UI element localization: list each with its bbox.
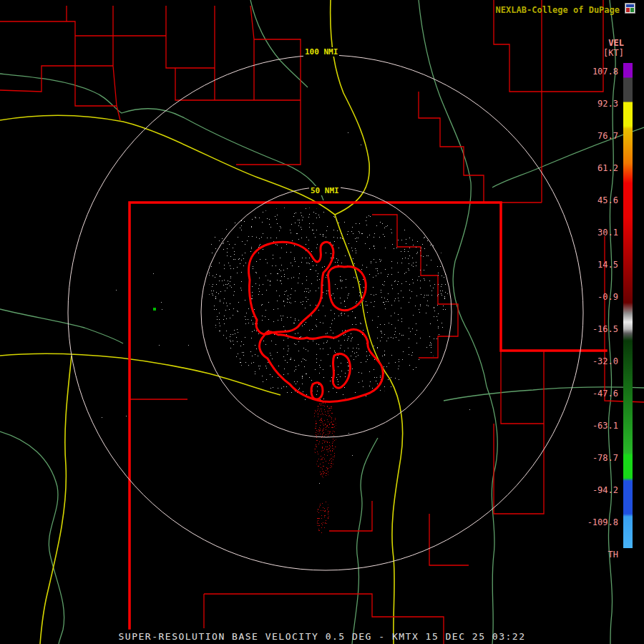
river-path [487,386,497,644]
colorbar-tick-label: 45.6 [597,195,618,205]
colorbar-tick-label: -32.0 [592,356,618,366]
river-path [608,0,615,644]
colorbar-tick-label: -78.7 [592,453,618,463]
highway-path [40,356,72,644]
river-path [0,74,323,200]
radar-display: 100 NMI 50 NMI NEXLAB-College of DuPage … [0,0,644,644]
county-line [419,0,603,203]
colorbar-tick-label: 107.8 [592,67,618,77]
echo-region [340,104,443,203]
radar-map-canvas [0,0,644,644]
echo-region [386,228,448,375]
product-caption: SUPER-RESOLUTION BASE VELOCITY 0.5 DEG -… [0,631,644,642]
echo-region [457,370,507,416]
colorbar-units: [KT] [603,48,624,58]
colorbar-tick-label: 61.2 [597,163,618,173]
range-ring-label-50nmi: 50 NMI [309,186,341,195]
river-path [492,127,644,187]
colorbar-title: VEL [608,38,624,48]
county-line [0,6,301,165]
echo-pixel-green [153,308,156,311]
brand-text: NEXLAB-College of DuPage [496,5,620,15]
colorbar-tick-label: -63.1 [592,421,618,431]
highway-path [0,115,335,215]
colorbar-tick-label: -47.6 [592,389,618,399]
velocity-colorbar [623,63,633,548]
colorbar-tick-label: -94.2 [592,485,618,495]
colorbar-tick-label: -109.8 [587,517,618,527]
cod-logo-icon [625,3,635,14]
range-ring-label-100nmi: 100 NMI [303,47,339,57]
colorbar-tick-label: -0.9 [597,292,618,302]
river-path [0,431,64,644]
colorbar-tick-label: 76.7 [597,131,618,141]
colorbar-tick-label: 30.1 [597,228,618,238]
river-path [250,0,308,87]
colorbar-threshold-label: TH [608,550,618,560]
colorbar-tick-label: 92.3 [597,99,618,109]
colorbar-tick-label: 14.5 [597,260,618,270]
colorbar-tick-label: -16.5 [592,324,618,334]
